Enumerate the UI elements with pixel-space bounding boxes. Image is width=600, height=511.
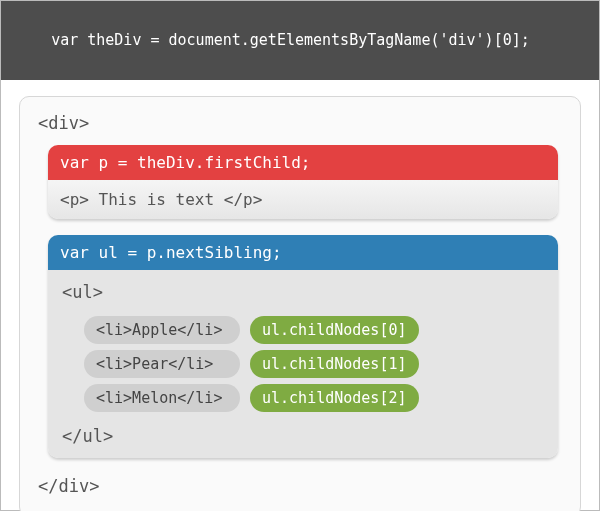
li-note: ul.childNodes[0] <box>250 316 419 344</box>
li-note: ul.childNodes[2] <box>250 384 419 412</box>
next-sibling-code: var ul = p.nextSibling; <box>48 235 558 270</box>
first-child-code: var p = theDiv.firstChild; <box>48 145 558 180</box>
first-child-box: var p = theDiv.firstChild; <p> This is t… <box>48 145 558 219</box>
li-markup: <li>Apple</li> <box>84 316 240 344</box>
div-outer-box: <div> var p = theDiv.firstChild; <p> Thi… <box>19 96 581 512</box>
ul-close-tag: </ul> <box>62 418 544 446</box>
li-markup: <li>Melon</li> <box>84 384 240 412</box>
div-open-tag: <div> <box>36 111 564 135</box>
li-row: <li>Apple</li> ul.childNodes[0] <box>62 316 544 344</box>
next-sibling-box: var ul = p.nextSibling; <ul> <li>Apple</… <box>48 235 558 458</box>
li-note: ul.childNodes[1] <box>250 350 419 378</box>
ul-open-tag: <ul> <box>62 280 544 310</box>
li-row: <li>Melon</li> ul.childNodes[2] <box>62 384 544 412</box>
li-row: <li>Pear</li> ul.childNodes[1] <box>62 350 544 378</box>
body-area: <div> var p = theDiv.firstChild; <p> Thi… <box>1 80 599 512</box>
ul-body: <ul> <li>Apple</li> ul.childNodes[0] <li… <box>48 270 558 458</box>
first-child-body: <p> This is text </p> <box>48 180 558 219</box>
diagram-stage: var theDiv = document.getElementsByTagNa… <box>0 0 600 511</box>
div-close-tag: </div> <box>36 474 564 498</box>
p-element-markup: <p> This is text </p> <box>60 190 262 209</box>
top-code-bar: var theDiv = document.getElementsByTagNa… <box>1 1 599 80</box>
li-markup: <li>Pear</li> <box>84 350 240 378</box>
top-code-text: var theDiv = document.getElementsByTagNa… <box>51 31 530 49</box>
